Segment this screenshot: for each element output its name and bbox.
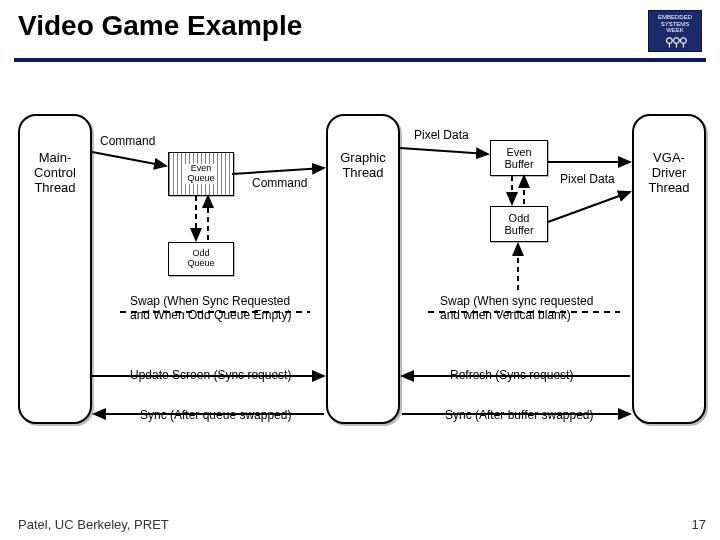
main-control-thread-box: Main- Control Thread (18, 114, 92, 424)
label-sync-right: Sync (After buffer swapped) (445, 408, 594, 422)
logo-people-icon: ⚲⚲⚲ (649, 36, 701, 49)
odd-buffer-box: Odd Buffer (490, 206, 548, 242)
graphic-thread-box: Graphic Thread (326, 114, 400, 424)
graphic-thread-label: Graphic Thread (340, 150, 386, 180)
page-number: 17 (692, 517, 706, 532)
label-refresh: Refresh (Sync request) (450, 368, 573, 382)
even-buffer-label: Even Buffer (504, 146, 533, 170)
vga-driver-thread-box: VGA- Driver Thread (632, 114, 706, 424)
label-command-mid: Command (252, 176, 307, 190)
diagram-canvas: Main- Control Thread Graphic Thread VGA-… (0, 62, 720, 492)
label-command-top: Command (100, 134, 155, 148)
svg-line-1 (232, 168, 324, 174)
vga-driver-thread-label: VGA- Driver Thread (648, 150, 689, 195)
svg-line-4 (548, 192, 630, 222)
main-control-thread-label: Main- Control Thread (34, 150, 76, 195)
even-queue-label: Even Queue (185, 164, 216, 184)
logo-text-3: WEEK (649, 27, 701, 34)
label-swap-right: Swap (When sync requested and when Verti… (440, 294, 600, 323)
svg-line-0 (92, 152, 166, 166)
footer-text: Patel, UC Berkeley, PRET (18, 517, 169, 532)
logo-text-1: EMBEDDED (649, 14, 701, 21)
label-update: Update Screen (Sync request) (130, 368, 291, 382)
label-pixeldata-top: Pixel Data (414, 128, 469, 142)
svg-line-2 (400, 148, 488, 154)
logo-text-2: SYSTEMS (649, 21, 701, 28)
slide-title: Video Game Example (18, 10, 302, 42)
esweek-logo: EMBEDDED SYSTEMS WEEK ⚲⚲⚲ (648, 10, 702, 52)
even-buffer-box: Even Buffer (490, 140, 548, 176)
odd-queue-label: Odd Queue (187, 249, 214, 269)
even-queue-box: Even Queue (168, 152, 234, 196)
label-pixeldata-right: Pixel Data (560, 172, 615, 186)
odd-buffer-label: Odd Buffer (504, 212, 533, 236)
label-swap-left: Swap (When Sync Requested and When Odd Q… (130, 294, 300, 323)
label-sync-left: Sync (After queue swapped) (140, 408, 291, 422)
odd-queue-box: Odd Queue (168, 242, 234, 276)
